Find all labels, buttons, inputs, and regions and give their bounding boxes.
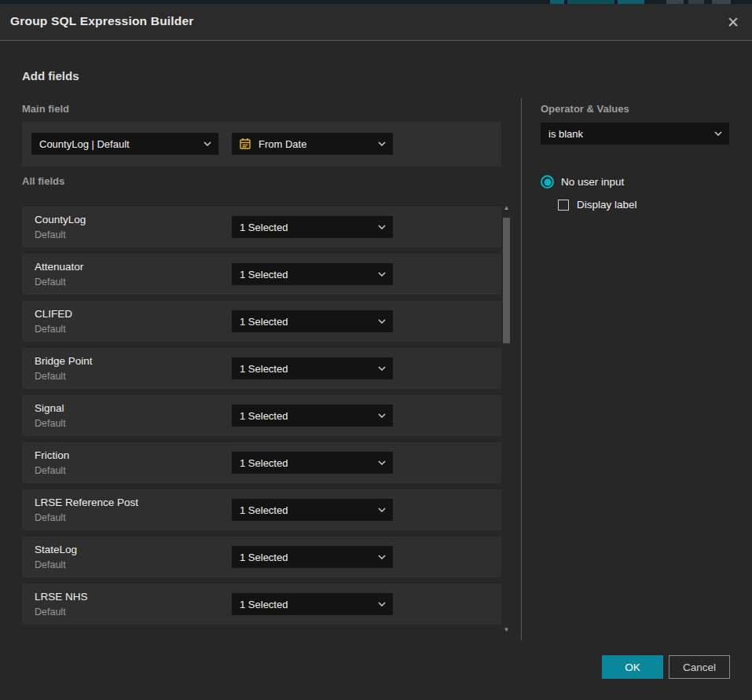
field-subtitle: Default — [35, 607, 66, 618]
field-row-lrse-reference-post: LRSE Reference Post Default 1 Selected — [22, 489, 501, 530]
field-name: CountyLog — [35, 214, 86, 225]
field-subtitle: Default — [35, 324, 66, 335]
ok-button[interactable]: OK — [602, 655, 663, 679]
field-selection-dropdown[interactable]: 1 Selected — [232, 499, 393, 521]
scrollbar-thumb[interactable] — [503, 218, 510, 343]
field-selection-dropdown[interactable]: 1 Selected — [232, 452, 393, 474]
field-row-countylog: CountyLog Default 1 Selected — [22, 207, 501, 247]
add-fields-heading: Add fields — [22, 69, 79, 82]
all-fields-label: All fields — [22, 175, 64, 187]
chevron-down-icon — [378, 225, 386, 229]
field-selection-dropdown[interactable]: 1 Selected — [232, 405, 393, 427]
close-icon[interactable]: ✕ — [723, 13, 743, 33]
field-subtitle: Default — [35, 229, 66, 240]
chevron-down-icon — [378, 555, 386, 559]
chevron-down-icon — [714, 131, 722, 136]
dialog-title: Group SQL Expression Builder — [10, 14, 194, 28]
field-name: Attenuator — [35, 261, 83, 273]
field-selection-dropdown[interactable]: 1 Selected — [232, 263, 393, 285]
field-row-friction: Friction Default 1 Selected — [22, 442, 501, 483]
field-subtitle: Default — [35, 277, 66, 288]
chevron-down-icon — [204, 141, 211, 146]
layer-dropdown-value: CountyLog | Default — [39, 138, 130, 150]
field-row-bridge-point: Bridge Point Default 1 Selected — [22, 348, 501, 389]
field-selection-dropdown[interactable]: 1 Selected — [232, 216, 393, 238]
field-selection-dropdown[interactable]: 1 Selected — [232, 357, 393, 379]
group-sql-expression-builder-dialog: Group SQL Expression Builder ✕ Add field… — [0, 4, 752, 700]
cancel-button[interactable]: Cancel — [669, 655, 730, 679]
field-name: LRSE NHS — [35, 591, 88, 603]
field-name: StateLog — [35, 544, 77, 555]
no-user-input-label: No user input — [561, 176, 624, 188]
field-selection-dropdown[interactable]: 1 Selected — [232, 593, 393, 615]
operator-dropdown[interactable]: is blank — [541, 123, 729, 145]
chevron-down-icon — [378, 413, 386, 418]
chevron-down-icon — [378, 508, 386, 512]
main-field-dropdown-value: From Date — [259, 138, 306, 150]
field-row-attenuator: Attenuator Default 1 Selected — [22, 254, 501, 295]
chevron-down-icon — [378, 460, 386, 465]
layer-dropdown[interactable]: CountyLog | Default — [31, 133, 218, 155]
chevron-down-icon — [378, 319, 386, 324]
scroll-down-icon[interactable]: ▼ — [503, 627, 510, 633]
chevron-down-icon — [378, 141, 386, 146]
field-row-statelog: StateLog Default 1 Selected — [22, 537, 501, 577]
operator-dropdown-value: is blank — [548, 128, 583, 140]
field-row-clifed: CLIFED Default 1 Selected — [22, 301, 501, 342]
scroll-up-icon[interactable]: ▲ — [503, 205, 510, 211]
field-subtitle: Default — [35, 512, 66, 523]
field-name: Signal — [35, 402, 64, 414]
calendar-icon — [239, 137, 251, 150]
dialog-titlebar: Group SQL Expression Builder ✕ — [0, 4, 752, 41]
field-selection-dropdown[interactable]: 1 Selected — [232, 546, 393, 568]
field-name: Bridge Point — [35, 355, 93, 367]
main-field-dropdown[interactable]: From Date — [232, 133, 393, 155]
display-label-checkbox[interactable]: Display label — [558, 199, 637, 211]
chevron-down-icon — [378, 602, 386, 607]
screen: Group SQL Expression Builder ✕ Add field… — [0, 0, 752, 700]
main-field-panel: CountyLog | Default From Date — [22, 122, 501, 167]
list-scrollbar[interactable]: ▲ ▼ — [501, 203, 512, 635]
field-subtitle: Default — [35, 418, 66, 429]
chevron-down-icon — [378, 366, 386, 371]
no-user-input-radio[interactable]: No user input — [541, 175, 624, 189]
field-row-lrse-nhs: LRSE NHS Default 1 Selected — [22, 584, 501, 625]
field-row-signal: Signal Default 1 Selected — [22, 395, 501, 436]
chevron-down-icon — [378, 272, 386, 277]
display-label-text: Display label — [577, 199, 637, 211]
main-field-label: Main field — [22, 103, 69, 115]
panel-divider — [521, 98, 522, 640]
field-name: LRSE Reference Post — [35, 497, 138, 508]
field-subtitle: Default — [35, 371, 66, 382]
field-subtitle: Default — [35, 559, 66, 570]
radio-selected-icon — [541, 175, 554, 189]
field-name: CLIFED — [35, 308, 72, 320]
field-name: Friction — [35, 449, 69, 461]
field-selection-dropdown[interactable]: 1 Selected — [232, 310, 393, 332]
checkbox-unchecked-icon — [558, 200, 569, 211]
field-subtitle: Default — [35, 465, 66, 476]
operator-values-label: Operator & Values — [541, 103, 629, 115]
